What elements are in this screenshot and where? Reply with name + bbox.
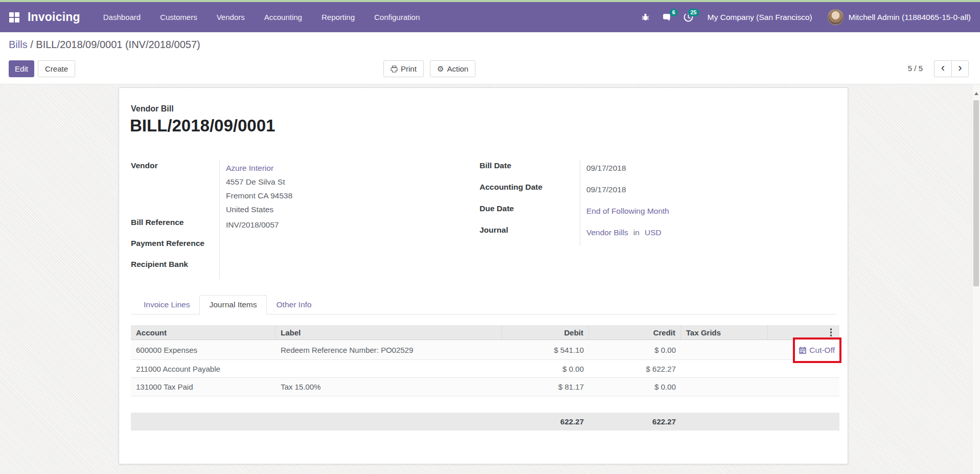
payment-reference-label: Payment Reference [131,237,219,258]
bill-reference-value: INV/2018/0057 [219,216,463,237]
main-navbar: Invoicing Dashboard Customers Vendors Ac… [0,2,980,32]
recipient-bank-value [219,258,463,279]
cell-account: 600000 Expenses [131,340,276,359]
messages-badge: 6 [670,9,678,16]
form-sheet: Vendor Bill BILL/2018/09/0001 Vendor Azu… [119,87,848,464]
cut-off-button[interactable]: Cut-Off [799,346,835,355]
nav-item-vendors[interactable]: Vendors [207,2,255,32]
cell-tax-grids [681,378,768,396]
activities-badge: 25 [688,9,699,16]
scrollbar-thumb[interactable] [973,100,979,286]
debug-bug-icon[interactable] [640,12,651,23]
vendor-address-line: 4557 De Silva St [226,175,463,189]
breadcrumb-separator: / [28,39,36,50]
systray: 6 25 [640,12,694,23]
nav-item-customers[interactable]: Customers [150,2,207,32]
nav-item-dashboard[interactable]: Dashboard [94,2,150,32]
nav-item-configuration[interactable]: Configuration [364,2,429,32]
column-header-credit[interactable]: Credit [589,325,681,340]
chevron-right-icon: › [958,61,962,75]
journal-items-table: Account Label Debit Credit Tax Grids 600… [131,325,839,431]
cell-credit: $ 622.27 [589,360,681,377]
document-type-label: Vendor Bill [131,104,174,114]
print-button[interactable]: Print [383,60,424,77]
journal-in-text: in [628,228,645,237]
table-row: 211000 Account Payable $ 0.00 $ 622.27 [131,360,839,378]
pager-previous-button[interactable]: ‹ [934,60,951,77]
column-header-tax-grids[interactable]: Tax Grids [681,325,768,340]
activities-clock-icon[interactable]: 25 [683,12,694,23]
notebook-tabs: Invoice Lines Journal Items Other Info [131,295,836,314]
tab-invoice-lines[interactable]: Invoice Lines [134,295,199,314]
footer-debit-total: 622.27 [502,413,589,431]
column-header-account[interactable]: Account [131,325,276,340]
breadcrumb-bills-link[interactable]: Bills [9,39,28,50]
bill-reference-label: Bill Reference [131,216,219,237]
nav-item-reporting[interactable]: Reporting [312,2,364,32]
messages-icon[interactable]: 6 [662,12,673,23]
vendor-label: Vendor [131,160,219,216]
nav-menu: Dashboard Customers Vendors Accounting R… [94,2,429,32]
due-date-link[interactable]: End of Following Month [586,207,669,215]
pager-buttons: ‹ › [934,60,969,77]
apps-menu-icon[interactable] [9,12,19,22]
document-title: BILL/2018/09/0001 [130,116,275,136]
tab-other-info[interactable]: Other Info [267,295,322,314]
avatar [828,9,844,25]
gear-icon: ⚙ [437,65,444,73]
footer-credit-total: 622.27 [589,413,681,431]
optional-columns-kebab-icon[interactable] [829,327,834,338]
printer-icon [391,65,398,73]
cell-credit: $ 0.00 [589,378,681,396]
edit-button[interactable]: Edit [9,60,34,77]
payment-reference-value [219,237,463,258]
cell-account: 211000 Account Payable [131,360,276,377]
journal-label: Journal [480,224,580,245]
fields-left: Vendor Azure Interior 4557 De Silva St F… [131,160,463,279]
content-area: Vendor Bill BILL/2018/09/0001 Vendor Azu… [0,84,980,474]
table-header-row: Account Label Debit Credit Tax Grids [131,325,839,340]
cell-debit: $ 541.10 [502,340,589,359]
vertical-scrollbar [972,84,980,474]
vendor-address-line: United States [226,202,463,216]
currency-link[interactable]: USD [645,228,662,237]
bill-date-value: 09/17/2018 [580,160,776,181]
company-switcher[interactable]: My Company (San Francisco) [708,13,812,22]
calendar-icon [799,346,807,354]
tutorial-highlight-box: Cut-Off [793,337,841,363]
fields-right: Bill Date 09/17/2018 Accounting Date 09/… [480,160,776,245]
table-footer-row: 622.27 622.27 [131,413,839,431]
nav-item-accounting[interactable]: Accounting [255,2,312,32]
column-header-label[interactable]: Label [276,325,502,340]
pager-counter: 5 / 5 [908,64,923,73]
breadcrumb-current: BILL/2018/09/0001 (INV/2018/0057) [36,39,200,50]
scrollbar-up-arrow[interactable] [972,89,980,98]
vendor-link[interactable]: Azure Interior [226,161,463,175]
user-menu[interactable]: Mitchell Admin (11884065-15-0-all) [828,9,971,25]
tab-journal-items[interactable]: Journal Items [199,295,266,314]
journal-link[interactable]: Vendor Bills [586,228,628,237]
cell-debit: $ 0.00 [502,360,589,377]
cell-label [276,360,502,377]
due-date-label: Due Date [480,202,580,224]
control-panel: Bills / BILL/2018/09/0001 (INV/2018/0057… [0,32,980,84]
chevron-left-icon: ‹ [941,61,945,75]
vendor-address-line: Fremont CA 94538 [226,189,463,202]
cell-tax-grids [681,340,768,359]
recipient-bank-label: Recipient Bank [131,258,219,279]
cell-debit: $ 81.17 [502,378,589,396]
table-row: 600000 Expenses Redeem Reference Number:… [131,340,839,360]
table-row: 131000 Tax Paid Tax 15.00% $ 81.17 $ 0.0… [131,378,839,396]
cell-label: Redeem Reference Number: PO02529 [276,340,502,359]
app-brand[interactable]: Invoicing [28,10,80,24]
column-header-debit[interactable]: Debit [502,325,589,340]
cell-credit: $ 0.00 [589,340,681,359]
action-button[interactable]: ⚙ Action [430,60,475,77]
cell-tax-grids [681,360,768,377]
bill-date-label: Bill Date [480,160,580,181]
create-button[interactable]: Create [38,60,75,77]
breadcrumb: Bills / BILL/2018/09/0001 (INV/2018/0057… [9,39,200,51]
accounting-date-label: Accounting Date [480,181,580,202]
pager-next-button[interactable]: › [951,60,969,77]
cell-account: 131000 Tax Paid [131,378,276,396]
